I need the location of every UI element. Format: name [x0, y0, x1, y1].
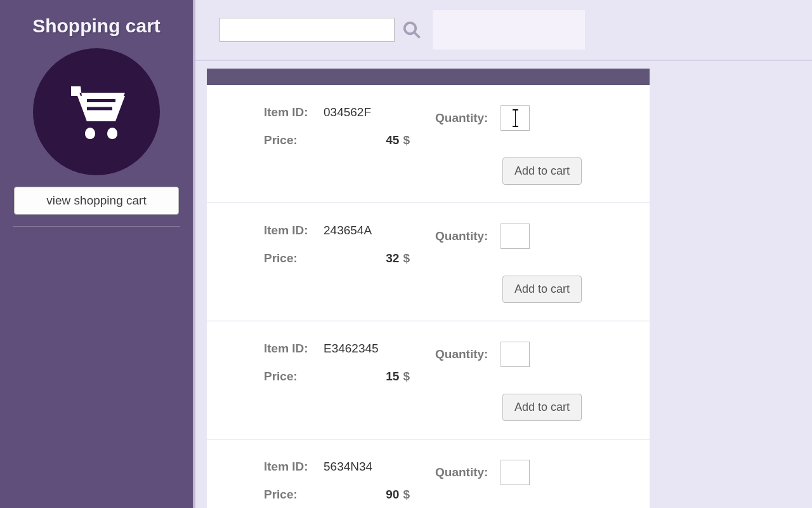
svg-line-5	[414, 32, 420, 38]
item-id-value: 034562F	[324, 105, 371, 119]
blank-panel	[433, 10, 585, 50]
item-id-label: Item ID:	[264, 460, 324, 474]
add-to-cart-button[interactable]: Add to cart	[502, 276, 582, 303]
currency-label: $	[403, 370, 410, 384]
sidebar-title: Shopping cart	[13, 15, 180, 37]
quantity-label: Quantity:	[435, 111, 488, 125]
search-button[interactable]	[400, 18, 424, 42]
list-headerbar	[207, 69, 650, 85]
quantity-label: Quantity:	[435, 229, 488, 243]
item-id-label: Item ID:	[264, 342, 324, 356]
quantity-label: Quantity:	[435, 465, 488, 479]
price-label: Price:	[264, 488, 324, 502]
price-label: Price:	[264, 370, 324, 384]
product-row: Item ID: E3462345 Price: 15 $ Quantity: …	[207, 321, 650, 439]
svg-rect-1	[87, 107, 112, 110]
cart-icon	[33, 48, 160, 175]
sidebar: Shopping cart view shopping cart	[0, 0, 195, 508]
add-to-cart-button[interactable]: Add to cart	[502, 394, 582, 421]
quantity-label: Quantity:	[435, 347, 488, 361]
item-id-value: 5634N34	[324, 460, 372, 474]
price-value: 15	[386, 370, 399, 384]
item-id-label: Item ID:	[264, 224, 324, 237]
svg-point-2	[85, 129, 95, 139]
product-row: Item ID: 034562F Price: 45 $ Quantity:	[207, 85, 650, 203]
item-id-label: Item ID:	[264, 105, 324, 119]
price-label: Price:	[264, 251, 324, 265]
main-area: Item ID: 034562F Price: 45 $ Quantity:	[195, 0, 812, 508]
product-row: Item ID: 5634N34 Price: 90 $ Quantity: A…	[207, 439, 650, 508]
item-id-value: 243654A	[324, 224, 372, 237]
search-icon	[402, 20, 421, 39]
quantity-input[interactable]	[501, 105, 530, 131]
currency-label: $	[403, 251, 410, 265]
svg-rect-0	[87, 99, 115, 102]
sidebar-divider	[13, 226, 180, 227]
price-value: 90	[386, 488, 399, 502]
search-input[interactable]	[219, 18, 395, 42]
price-label: Price:	[264, 133, 324, 147]
price-value: 45	[386, 133, 399, 147]
svg-point-3	[107, 129, 117, 139]
svg-point-4	[405, 23, 416, 34]
add-to-cart-button[interactable]: Add to cart	[502, 157, 582, 185]
item-id-value: E3462345	[324, 342, 379, 356]
product-list: Item ID: 034562F Price: 45 $ Quantity:	[207, 69, 650, 508]
currency-label: $	[403, 133, 410, 147]
view-cart-button[interactable]: view shopping cart	[14, 187, 179, 215]
quantity-input[interactable]	[501, 460, 530, 485]
quantity-input[interactable]	[501, 224, 530, 249]
quantity-input[interactable]	[501, 342, 530, 367]
search-row	[195, 0, 812, 61]
currency-label: $	[403, 488, 410, 502]
price-value: 32	[386, 251, 399, 265]
product-row: Item ID: 243654A Price: 32 $ Quantity: A…	[207, 203, 650, 321]
